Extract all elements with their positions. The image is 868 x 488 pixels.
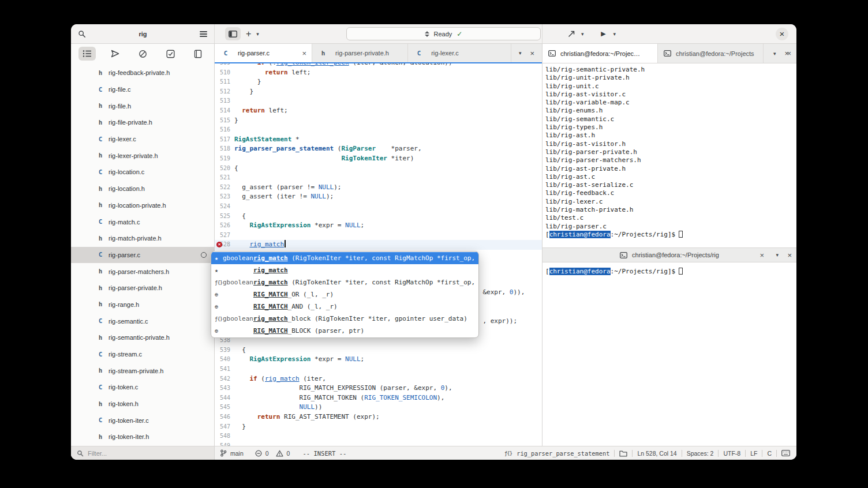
file-list-item[interactable]: hrig-file-private.h xyxy=(71,114,214,131)
terminal-bottom-chevron-icon[interactable]: ▾ xyxy=(776,252,779,258)
code-line[interactable]: 544 RIG_MATCH_TOKEN (RIG_TOKEN_SEMICOLON… xyxy=(215,393,542,403)
code-line[interactable]: 527 xyxy=(215,231,542,241)
terminal-list-chevron-icon[interactable]: ▾ xyxy=(773,51,776,57)
completion-item[interactable]: ⊕RIG_MATCH_OR (_l, _r) xyxy=(211,288,478,301)
completion-item[interactable]: ★rig_match xyxy=(211,264,478,276)
file-list-item[interactable]: Crig-stream.c xyxy=(71,346,214,363)
terminal-bottom-panel-close-icon[interactable]: × xyxy=(787,251,792,260)
close-tab-icon[interactable]: × xyxy=(302,49,306,58)
code-line[interactable]: 510 return left; xyxy=(215,68,542,78)
todo-panel-button[interactable] xyxy=(162,47,179,61)
code-line[interactable]: 513 xyxy=(215,96,542,106)
terminal-top[interactable]: lib/rig-semantic-private.hlib/rig-unit-p… xyxy=(542,63,796,248)
code-line[interactable]: 521 xyxy=(215,173,542,183)
code-line[interactable]: 522 g_assert (parser != NULL); xyxy=(215,183,542,193)
file-list-item[interactable]: hrig-token-iter.h xyxy=(71,429,214,445)
folder-icon[interactable] xyxy=(619,450,627,457)
code-line[interactable]: 523 g_assert (iter != NULL); xyxy=(215,192,542,202)
code-line[interactable]: 520{ xyxy=(215,164,542,174)
run-chevron-icon[interactable]: ▾ xyxy=(613,31,616,37)
documentation-panel-button[interactable] xyxy=(189,47,207,61)
close-tab-icon[interactable]: × xyxy=(787,49,791,58)
code-line[interactable]: 517RigAstStatement * xyxy=(215,135,542,145)
run-alternate-chevron-icon[interactable]: ▾ xyxy=(581,31,584,37)
completion-item[interactable]: ⊕RIG_MATCH_AND (_l, _r) xyxy=(211,301,478,313)
code-line[interactable]: 542 if (rig_match (iter, xyxy=(215,374,542,384)
editor-tab[interactable]: hrig-parser-private.h xyxy=(312,44,408,62)
code-line[interactable]: 509 if (!rig_token_iter_peek (iter, &tok… xyxy=(215,63,542,68)
file-list-item[interactable]: hrig-range.h xyxy=(71,296,214,313)
file-list-item[interactable]: hrig-semantic-private.h xyxy=(71,329,214,346)
file-list-item[interactable]: hrig-match-private.h xyxy=(71,230,214,247)
warnings-count[interactable]: 0 xyxy=(287,450,290,457)
code-line[interactable]: 518rig_parser_parse_statement (RigParser… xyxy=(215,144,542,154)
file-list-item[interactable]: Crig-location.c xyxy=(71,164,214,181)
file-list-item[interactable]: hrig-stream-private.h xyxy=(71,362,214,379)
file-list-item[interactable]: hrig-parser-matchers.h xyxy=(71,263,214,280)
code-line[interactable]: 516 xyxy=(215,125,542,135)
code-line[interactable]: 543 RIG_MATCH_EXPRESSION (parser, &expr,… xyxy=(215,384,542,393)
completion-item[interactable]: ⊕RIG_MATCH_BLOCK (parser, ptr) xyxy=(211,325,478,337)
code-line[interactable]: 549 xyxy=(215,441,542,446)
file-list-item[interactable]: hrig-file.h xyxy=(71,97,214,114)
cursor-position[interactable]: Ln 528, Col 14 xyxy=(637,450,676,457)
completion-item[interactable]: ★gbooleanrig_match (RigTokenIter *iter, … xyxy=(211,252,478,264)
file-list-item[interactable]: hrig-token.h xyxy=(71,396,214,412)
file-list-item[interactable]: Crig-semantic.c xyxy=(71,313,214,329)
encoding-setting[interactable]: UTF-8 xyxy=(723,450,740,457)
filter-input[interactable] xyxy=(88,450,208,457)
code-line[interactable]: 547 } xyxy=(215,422,542,432)
line-ending-setting[interactable]: LF xyxy=(750,450,757,457)
code-line[interactable]: 514 return left; xyxy=(215,106,542,116)
new-document-button[interactable]: + xyxy=(246,29,251,39)
primary-menu-icon[interactable] xyxy=(200,30,207,38)
diagnostics-panel-button[interactable] xyxy=(134,47,151,61)
code-line[interactable]: 548 xyxy=(215,431,542,441)
code-line[interactable]: 545 NULL)) xyxy=(215,403,542,412)
code-line[interactable]: 546 return RIG_AST_STATEMENT (expr); xyxy=(215,412,542,422)
terminal-tab[interactable]: christian@fedora:~/Projects/rig xyxy=(542,44,658,63)
language-setting[interactable]: C xyxy=(767,450,772,457)
search-icon[interactable] xyxy=(78,30,86,38)
file-list-item[interactable]: Crig-match.c xyxy=(71,213,214,230)
file-list-item[interactable]: Crig-token.c xyxy=(71,379,214,396)
window-close-button[interactable]: × xyxy=(776,28,788,40)
run-panel-button[interactable] xyxy=(106,47,124,61)
code-line[interactable]: 539 { xyxy=(215,346,542,355)
code-line[interactable]: 541 xyxy=(215,365,542,374)
keyboard-icon[interactable] xyxy=(781,450,790,456)
file-list-item[interactable]: hrig-parser-private.h xyxy=(71,280,214,296)
code-line[interactable]: 526 RigAstExpression *expr = NULL; xyxy=(215,221,542,231)
file-list-item[interactable]: hrig-location-private.h xyxy=(71,197,214,214)
run-button[interactable]: ▶ xyxy=(598,28,609,40)
toggle-sidebar-button[interactable] xyxy=(225,27,241,40)
file-list-item[interactable]: Crig-parser.c xyxy=(71,247,214,264)
file-list-item[interactable]: Crig-token-iter.c xyxy=(71,412,214,429)
file-list-item[interactable]: hrig-location.h xyxy=(71,181,214,197)
terminal-bottom[interactable]: [christian@fedora:~/Projects/rig]$ xyxy=(542,262,796,446)
code-line[interactable]: 512 } xyxy=(215,87,542,97)
run-alternate-icon[interactable] xyxy=(566,28,577,40)
file-list-item[interactable]: hrig-lexer-private.h xyxy=(71,147,214,164)
tab-list-chevron-icon[interactable]: ▾ xyxy=(519,50,522,56)
code-line[interactable]: ×528 rig_match xyxy=(215,240,542,250)
editor-tab[interactable]: Crig-parser.c× xyxy=(215,44,312,62)
code-line[interactable]: 540 RigAstExpression *expr = NULL; xyxy=(215,355,542,365)
completion-item[interactable]: ƒ{}gbooleanrig_match_block (RigTokenIter… xyxy=(211,313,478,325)
omnibar-build-status[interactable]: Ready ✓ xyxy=(346,27,541,40)
file-list-item[interactable]: Crig-file.c xyxy=(71,81,214,98)
code-line[interactable]: 525 { xyxy=(215,212,542,222)
completion-item[interactable]: ƒ{}gbooleanrig_match (RigTokenIter *iter… xyxy=(211,276,478,288)
files-panel-button[interactable] xyxy=(78,47,96,61)
terminal-bottom-close-tab-icon[interactable]: × xyxy=(760,251,764,260)
terminal-tab[interactable]: christian@fedora:~/Projects× xyxy=(658,44,764,63)
current-symbol[interactable]: rig_parser_parse_statement xyxy=(517,450,609,457)
file-list-item[interactable]: Crig-lexer.c xyxy=(71,131,214,148)
code-line[interactable]: 515} xyxy=(215,116,542,126)
code-line[interactable]: 511 } xyxy=(215,77,542,87)
file-list-item[interactable]: hrig-feedback-private.h xyxy=(71,65,214,81)
new-document-chevron-icon[interactable]: ▾ xyxy=(256,31,259,37)
code-line[interactable]: 524 xyxy=(215,202,542,212)
git-branch-name[interactable]: main xyxy=(230,450,244,457)
editor-tab[interactable]: Crig-lexer.c xyxy=(408,44,511,62)
